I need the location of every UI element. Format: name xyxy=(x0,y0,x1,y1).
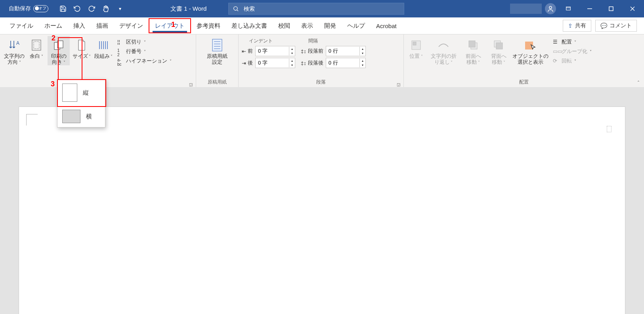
indent-after-input[interactable]: ▴▾ xyxy=(255,58,295,68)
text-direction-button[interactable]: A 文字列の 方向 xyxy=(3,36,25,65)
tab-acrobat[interactable]: Acrobat xyxy=(371,17,402,34)
arrange-group-label: 配置 xyxy=(407,79,641,88)
cursor-marker-icon xyxy=(607,126,612,132)
spin-up-icon[interactable]: ▴ xyxy=(289,47,295,51)
svg-rect-3 xyxy=(566,7,571,10)
align-button[interactable]: ☰配置 xyxy=(553,38,592,46)
tab-view[interactable]: 表示 xyxy=(296,17,319,34)
breaks-button[interactable]: ¦¦区切り xyxy=(117,38,172,46)
selection-pane-label: オブジェクトの 選択と表示 xyxy=(512,53,548,65)
svg-rect-6 xyxy=(609,7,613,11)
tab-file[interactable]: ファイル xyxy=(4,17,39,34)
spin-down-icon[interactable]: ▾ xyxy=(289,51,295,55)
share-button[interactable]: ⇪ 共有 xyxy=(563,20,591,32)
svg-rect-12 xyxy=(32,40,41,50)
spin-up-icon[interactable]: ▴ xyxy=(360,59,365,63)
user-avatar-icon[interactable] xyxy=(545,3,556,14)
autosave-label: 自動保存 xyxy=(9,5,31,12)
minimize-button[interactable] xyxy=(581,0,599,17)
toggle-off-icon: オフ xyxy=(33,5,48,12)
align-icon: ☰ xyxy=(553,39,559,45)
save-icon[interactable] xyxy=(59,5,67,12)
orientation-button[interactable]: 印刷の 向き xyxy=(48,36,70,65)
orientation-landscape-item[interactable]: 横 xyxy=(57,106,105,127)
orientation-portrait-item[interactable]: 縦 xyxy=(57,80,105,106)
spacing-after-input[interactable]: ▴▾ xyxy=(326,58,366,68)
hyphenation-icon: a-bc xyxy=(117,58,124,64)
align-label: 配置 xyxy=(562,38,572,46)
hyphenation-button[interactable]: a-bcハイフネーション xyxy=(117,57,172,65)
paragraph-launcher-icon[interactable]: ◲ xyxy=(397,82,400,87)
document-title: 文書 1 - Word xyxy=(170,5,206,13)
spin-down-icon[interactable]: ▾ xyxy=(360,63,365,67)
margins-icon xyxy=(30,38,43,52)
tab-review[interactable]: 校閲 xyxy=(273,17,296,34)
tab-draw[interactable]: 描画 xyxy=(91,17,114,34)
size-icon xyxy=(75,38,88,52)
margins-button[interactable]: 余白 xyxy=(28,36,45,59)
spin-up-icon[interactable]: ▴ xyxy=(360,47,365,51)
breaks-label: 区切り xyxy=(126,38,141,46)
group-manuscript: 原稿用紙 設定 原稿用紙 xyxy=(196,34,239,88)
indent-before-label: 前 xyxy=(248,48,253,55)
svg-rect-21 xyxy=(212,39,222,51)
search-input[interactable] xyxy=(243,5,400,12)
margins-label: 余白 xyxy=(30,53,43,59)
position-icon xyxy=(409,38,423,52)
columns-button[interactable]: 段組み xyxy=(94,36,113,59)
maximize-button[interactable] xyxy=(602,0,620,17)
manuscript-label: 原稿用紙 設定 xyxy=(207,53,227,65)
tab-references[interactable]: 参考資料 xyxy=(191,17,226,34)
line-numbers-button[interactable]: 12行番号 xyxy=(117,48,172,55)
group-icon: ▭▭ xyxy=(553,48,559,55)
tab-help[interactable]: ヘルプ xyxy=(342,17,371,34)
paragraph-group-label: 段落 xyxy=(316,79,326,85)
group-arrange: 位置 文字列の折 り返し 前面へ 移動 背面へ 移動 オブジェクトの 選択と表示… xyxy=(404,34,644,88)
spacing-before-label: 段落前 xyxy=(308,48,323,55)
svg-rect-31 xyxy=(496,43,503,49)
page[interactable] xyxy=(19,107,625,314)
portrait-thumb-icon xyxy=(62,84,77,102)
indent-right-icon: ⇥ xyxy=(242,60,246,66)
page-setup-launcher-icon[interactable]: ◲ xyxy=(189,82,193,87)
tab-developer[interactable]: 開発 xyxy=(319,17,342,34)
tab-home[interactable]: ホーム xyxy=(39,17,68,34)
indent-header: インデント xyxy=(249,38,273,44)
tab-design[interactable]: デザイン xyxy=(114,17,149,34)
orientation-label: 印刷の 向き xyxy=(51,53,67,65)
selection-pane-icon xyxy=(524,38,537,52)
spin-down-icon[interactable]: ▾ xyxy=(360,51,365,55)
spin-up-icon[interactable]: ▴ xyxy=(289,59,295,63)
ribbon-mode-icon[interactable] xyxy=(559,0,577,17)
spin-down-icon[interactable]: ▾ xyxy=(289,63,295,67)
manuscript-button[interactable]: 原稿用紙 設定 xyxy=(203,36,231,65)
tab-mailings[interactable]: 差し込み文書 xyxy=(226,17,273,34)
search-box[interactable] xyxy=(228,3,404,15)
rotate-icon: ⟳ xyxy=(553,58,559,64)
group-paragraph: インデント 間隔 ⇤前 ▴▾ ‡↕段落前 ▴▾ ⇥後 ▴▾ ‡↕段落後 ▴▾ 段… xyxy=(239,34,404,88)
orientation-landscape-label: 横 xyxy=(86,113,92,120)
send-backward-label: 背面へ 移動 xyxy=(491,53,506,65)
tab-layout[interactable]: レイアウト xyxy=(149,18,191,33)
close-button[interactable] xyxy=(623,0,642,17)
touch-icon[interactable] xyxy=(102,5,109,12)
share-icon: ⇪ xyxy=(568,23,573,29)
comments-button[interactable]: 💬 コメント xyxy=(595,20,637,32)
collapse-ribbon-icon[interactable]: ˆ xyxy=(638,80,639,86)
text-direction-label: 文字列の 方向 xyxy=(4,53,25,65)
selection-pane-button[interactable]: オブジェクトの 選択と表示 xyxy=(512,36,548,65)
autosave-toggle[interactable]: 自動保存 オフ xyxy=(9,5,48,12)
tab-insert[interactable]: 挿入 xyxy=(68,17,91,34)
qat-more-icon[interactable]: ▾ xyxy=(117,5,124,12)
user-box[interactable] xyxy=(510,4,542,14)
group-objects-label: グループ化 xyxy=(562,48,587,55)
bring-forward-icon xyxy=(466,38,480,52)
wrap-text-label: 文字列の折 り返し xyxy=(431,53,457,65)
indent-before-input[interactable]: ▴▾ xyxy=(255,46,295,56)
redo-icon[interactable] xyxy=(88,5,95,12)
spacing-before-input[interactable]: ▴▾ xyxy=(326,46,366,56)
landscape-thumb-icon xyxy=(62,110,80,123)
size-button[interactable]: サイズ xyxy=(72,36,91,59)
size-label: サイズ xyxy=(73,53,91,59)
undo-icon[interactable] xyxy=(74,5,81,12)
